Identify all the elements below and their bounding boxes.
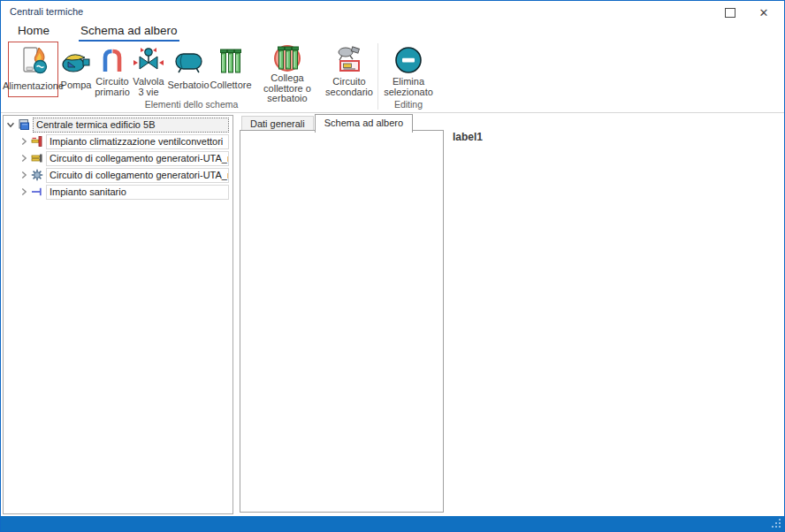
chevron-right-icon[interactable] — [17, 136, 30, 147]
delete-selected-icon — [392, 43, 424, 77]
button-label: Pompa — [61, 80, 92, 91]
tree-node-centrale-termica[interactable]: Centrale termica edificio 5B — [33, 118, 229, 133]
tree-row-item[interactable]: Circuito di collegamento generatori-UTA_… — [4, 150, 232, 166]
close-icon: ✕ — [759, 6, 769, 19]
close-button[interactable]: ✕ — [747, 1, 781, 24]
tree-node-impianto-sanitario[interactable]: Impianto sanitario — [46, 185, 229, 200]
title-bar: Centrali termiche ✕ — [1, 1, 784, 24]
ribbon-group-elementi: Alimentazione Pompa — [8, 42, 375, 112]
ribbon-tab-home[interactable]: Home — [16, 24, 51, 42]
schema-canvas — [240, 130, 444, 513]
valvola-3-vie-button[interactable]: Valvola 3 vie — [131, 42, 166, 97]
ribbon-tab-schema-ad-albero[interactable]: Schema ad albero — [79, 24, 179, 42]
tree-row-item[interactable]: Impianto climatizzazione ventilconvettor… — [4, 133, 232, 149]
button-label: Collettore — [210, 80, 251, 91]
plant-cube-icon — [17, 118, 31, 131]
tree-node-circuito-riscaldamento[interactable]: Circuito di collegamento generatori-UTA_… — [46, 151, 229, 166]
group-label-editing: Editing — [381, 97, 436, 110]
group-label-elementi: Elementi dello schema — [8, 97, 375, 110]
tank-icon — [171, 43, 205, 80]
fancoil-icon — [30, 135, 44, 148]
pompa-button[interactable]: Pompa — [58, 42, 94, 97]
button-label: Valvola 3 vie — [131, 77, 166, 97]
boiler-flame-icon — [19, 44, 49, 81]
schema-tree: Centrale termica edificio 5B Impianto cl… — [3, 115, 233, 514]
chevron-down-icon[interactable] — [4, 119, 17, 130]
heating-circuit-icon — [30, 152, 44, 164]
status-bar — [1, 516, 784, 531]
three-way-valve-icon — [133, 43, 164, 77]
serbatoio-button[interactable]: Serbatoio — [166, 42, 210, 97]
maximize-button[interactable] — [713, 1, 747, 24]
tree-row-item[interactable]: Impianto sanitario — [4, 184, 232, 200]
tree-node-impianto-climatizzazione[interactable]: Impianto climatizzazione ventilconvettor… — [46, 134, 229, 149]
ribbon-tab-strip: Home Schema ad albero — [16, 25, 207, 42]
label1-text: label1 — [453, 131, 483, 143]
resize-grip[interactable] — [772, 519, 781, 528]
window-title: Centrali termiche — [10, 6, 83, 17]
ribbon-group-separator — [377, 43, 378, 110]
app-window: { "window": { "title": "Centrali termich… — [0, 0, 785, 532]
manifold-icon — [217, 43, 245, 80]
chevron-right-icon[interactable] — [17, 170, 30, 180]
ribbon: Alimentazione Pompa — [1, 42, 784, 113]
elimina-selezionato-button[interactable]: Elimina selezionato — [381, 42, 436, 97]
primary-circuit-icon — [99, 43, 126, 77]
collettore-button[interactable]: Collettore — [210, 42, 251, 97]
tree-node-circuito-raffrescamento[interactable]: Circuito di collegamento generatori-UTA_… — [46, 168, 229, 183]
circuito-primario-button[interactable]: Circuito primario — [94, 42, 131, 97]
tree-row-root[interactable]: Centrale termica edificio 5B — [4, 117, 232, 133]
tree-row-item[interactable]: Circuito di collegamento generatori-UTA_… — [4, 167, 232, 183]
chevron-right-icon[interactable] — [17, 153, 30, 163]
sanitary-circuit-icon — [30, 186, 44, 198]
button-label: Circuito secondario — [324, 77, 375, 97]
button-label: Alimentazione — [3, 81, 64, 92]
maximize-icon — [725, 8, 735, 18]
connect-manifold-icon — [272, 43, 302, 73]
pump-icon — [61, 43, 91, 80]
alimentazione-button[interactable]: Alimentazione — [8, 42, 58, 97]
tab-schema-ad-albero[interactable]: Schema ad albero — [315, 114, 413, 133]
chevron-right-icon[interactable] — [17, 186, 30, 197]
cooling-circuit-icon — [30, 169, 44, 181]
ribbon-group-editing: Elimina selezionato Editing — [381, 42, 436, 112]
circuito-secondario-button[interactable]: Circuito secondario — [324, 42, 375, 97]
button-label: Elimina selezionato — [381, 77, 436, 97]
button-label: Circuito primario — [94, 77, 131, 97]
button-label: Serbatoio — [167, 80, 209, 91]
secondary-circuit-icon — [334, 43, 364, 77]
collega-collettore-button[interactable]: Collega collettore o serbatoio — [251, 42, 324, 97]
